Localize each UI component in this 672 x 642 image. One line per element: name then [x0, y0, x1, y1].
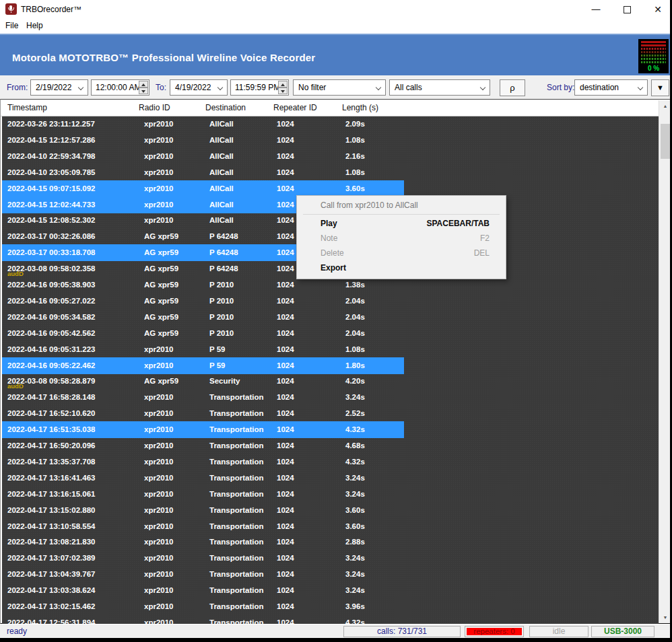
cell-destination: P 2010	[209, 280, 234, 289]
cell-radio-id: xpr2010	[144, 489, 173, 499]
cell-length: 1.80s	[345, 361, 365, 370]
from-time-spinner	[139, 81, 148, 94]
vertical-scrollbar[interactable]: ▲ ▼	[659, 100, 671, 623]
cell-destination: Transportation	[209, 425, 264, 434]
app-microphone-icon	[5, 3, 17, 15]
to-date-select[interactable]: 4/19/2022	[170, 79, 228, 96]
filter-panel-button[interactable]: ▼	[651, 79, 669, 96]
table-row[interactable]: 2022-04-17 12:56:31.894xpr2010Transporta…	[2, 615, 659, 624]
context-menu-item-delete: DeleteDEL	[297, 246, 506, 260]
cell-radio-id: xpr2010	[144, 522, 173, 531]
column-header-repeater-id[interactable]: Repeater ID	[273, 100, 317, 116]
cell-timestamp: 2022-04-10 22:59:34.798	[7, 151, 95, 161]
table-row[interactable]: 2022-04-16 09:05:42.562AG xpr59P 2010102…	[2, 326, 659, 342]
table-row[interactable]: 2022-04-17 13:16:41.463xpr2010Transporta…	[2, 470, 659, 487]
status-calls: calls: 731/731	[343, 626, 461, 637]
table-row[interactable]: 2022-04-10 23:05:09.785xpr2010AllCall102…	[2, 165, 659, 181]
table-row[interactable]: 2022-04-17 13:15:02.880xpr2010Transporta…	[2, 503, 659, 519]
cell-timestamp: 2022-04-15 12:12:57.286	[7, 135, 95, 145]
search-button[interactable]: ρ	[500, 79, 525, 96]
table-row[interactable]: 2022-04-17 13:03:38.624xpr2010Transporta…	[2, 583, 659, 599]
table-row[interactable]: 2022-04-17 13:08:21.830xpr2010Transporta…	[2, 534, 659, 550]
table-row[interactable]: 2022-04-16 09:05:34.582AG xpr59P 2010102…	[2, 310, 659, 326]
text-filter-select[interactable]: No filter	[293, 79, 386, 96]
cell-timestamp: 2022-04-15 12:02:44.733	[7, 200, 95, 209]
cell-radio-id: xpr2010	[144, 537, 173, 546]
context-menu-item-export[interactable]: Export	[297, 260, 506, 275]
column-header-destination[interactable]: Destination	[205, 100, 246, 116]
table-row[interactable]: 2022-03-08 09:58:28.879AG xpr59Security1…	[2, 373, 659, 390]
table-row[interactable]: 2022-04-17 16:50:20.096xpr2010Transporta…	[2, 438, 659, 454]
minimize-button[interactable]: —	[584, 0, 607, 19]
cell-length: 1.08s	[345, 168, 365, 177]
from-date-select[interactable]: 2/19/2022	[30, 79, 88, 96]
table-row[interactable]: 2022-04-16 09:05:31.223xpr2010P 5910241.…	[2, 342, 659, 358]
table-row[interactable]: 2022-04-17 13:16:15.061xpr2010Transporta…	[2, 487, 659, 503]
table-row[interactable]: 2022-04-17 13:35:37.708xpr2010Transporta…	[2, 454, 659, 470]
cell-destination: Transportation	[209, 553, 264, 563]
chevron-down-icon	[217, 85, 223, 90]
close-button[interactable]: ✕	[646, 0, 669, 19]
table-row[interactable]: 2022-04-17 16:51:35.038xpr2010Transporta…	[2, 422, 659, 438]
table-header: Timestamp Radio ID Destination Repeater …	[1, 100, 659, 116]
scroll-down-icon[interactable]: ▼	[659, 612, 671, 623]
app-banner: Motorola MOTOTRBO™ Professional Wireline…	[0, 34, 670, 75]
table-row[interactable]: 2022-04-17 13:10:58.554xpr2010Transporta…	[2, 519, 659, 535]
table-row[interactable]: 2022-04-17 13:02:15.462xpr2010Transporta…	[2, 599, 659, 615]
from-time-value: 12:00:00 AM	[96, 83, 141, 92]
column-header-timestamp[interactable]: Timestamp	[7, 100, 47, 116]
table-row[interactable]: 2022-04-17 16:58:28.148xpr2010Transporta…	[2, 390, 659, 406]
cell-repeater-id: 1024	[277, 280, 294, 289]
table-row[interactable]: 2022-04-16 09:05:27.022AG xpr59P 2010102…	[2, 293, 659, 310]
table-row[interactable]: 2022-04-10 22:59:34.798xpr2010AllCall102…	[2, 149, 659, 165]
column-header-length[interactable]: Length (s)	[342, 100, 378, 116]
chevron-down-icon	[78, 85, 83, 90]
cell-destination: Transportation	[209, 408, 264, 418]
maximize-button[interactable]	[624, 6, 631, 13]
cell-length: 3.60s	[345, 505, 365, 515]
audio-tag-label: audD	[7, 271, 24, 277]
to-time-input[interactable]: 11:59:59 PM	[230, 79, 289, 96]
table-row[interactable]: 2022-04-15 12:12:57.286xpr2010AllCall102…	[2, 133, 659, 149]
menu-item-label: Play	[321, 216, 337, 231]
scrollbar-thumb[interactable]	[661, 124, 670, 159]
cell-timestamp: 2022-04-17 12:56:31.894	[7, 618, 95, 624]
table-row[interactable]: 2022-04-17 13:04:39.767xpr2010Transporta…	[2, 567, 659, 583]
cell-repeater-id: 1024	[277, 151, 294, 161]
cell-timestamp: 2022-04-17 13:10:58.554	[7, 522, 95, 531]
spin-up-button[interactable]	[139, 81, 148, 87]
cell-destination: Transportation	[209, 489, 264, 499]
cell-length: 2.04s	[345, 296, 365, 306]
spin-down-button[interactable]	[139, 87, 148, 94]
context-menu-item-play[interactable]: PlaySPACEBAR/TAB	[297, 216, 506, 231]
cell-timestamp: 2022-04-16 09:05:31.223	[7, 345, 95, 354]
menu-help[interactable]: Help	[26, 21, 43, 30]
meter-percent-label: 0 %	[641, 65, 666, 72]
table-row[interactable]: 2022-04-16 09:05:22.462xpr2010P 5910241.…	[2, 358, 659, 374]
cell-destination: AllCall	[209, 119, 234, 129]
cell-destination: AllCall	[209, 151, 234, 161]
column-header-radio-id[interactable]: Radio ID	[139, 100, 170, 116]
cell-radio-id: xpr2010	[144, 505, 173, 515]
from-time-input[interactable]: 12:00:00 AM	[91, 79, 149, 96]
table-row[interactable]: 2022-03-26 23:11:12.257xpr2010AllCall102…	[2, 116, 659, 133]
table-row[interactable]: 2022-04-17 16:52:10.620xpr2010Transporta…	[2, 406, 659, 422]
cell-destination: Transportation	[209, 473, 264, 483]
call-type-filter-select[interactable]: All calls	[389, 79, 490, 96]
cell-radio-id: xpr2010	[144, 345, 173, 354]
cell-repeater-id: 1024	[277, 441, 294, 450]
cell-radio-id: AG xpr59	[144, 264, 178, 273]
status-repeaters: repeaters: 0	[465, 626, 524, 637]
audio-level-meter-icon: 0 %	[638, 39, 669, 73]
spin-up-button[interactable]	[278, 81, 288, 87]
spin-down-button[interactable]	[278, 87, 288, 94]
menu-file[interactable]: File	[5, 21, 18, 30]
cell-repeater-id: 1024	[277, 135, 294, 145]
table-row[interactable]: 2022-04-16 09:05:38.903AG xpr59P 2010102…	[2, 277, 659, 293]
table-row[interactable]: 2022-04-17 13:07:02.389xpr2010Transporta…	[2, 550, 659, 567]
cell-destination: Transportation	[209, 569, 264, 579]
scroll-up-icon[interactable]: ▲	[659, 100, 671, 112]
sort-by-select[interactable]: destination	[574, 79, 648, 96]
window-title: TRBOrecorder™	[21, 5, 81, 14]
status-idle: idle	[529, 626, 589, 637]
